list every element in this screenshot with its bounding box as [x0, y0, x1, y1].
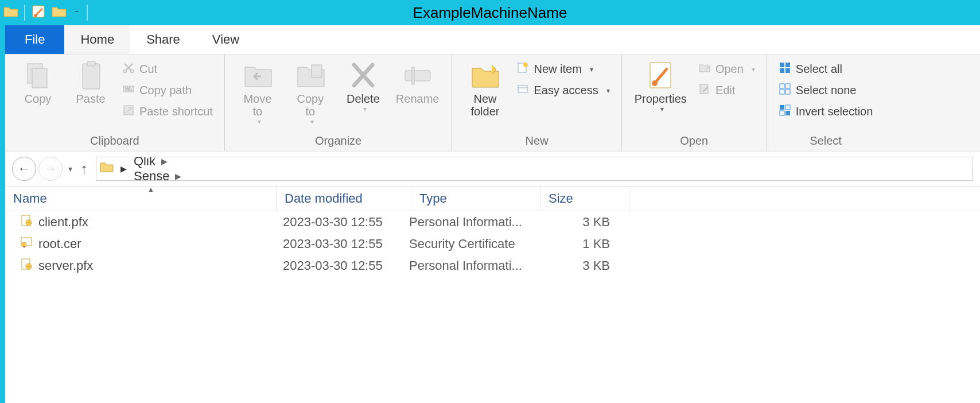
group-label-open: Open	[630, 134, 759, 150]
invert-selection-button[interactable]: Invert selection	[775, 103, 877, 121]
select-none-button[interactable]: Select none	[775, 82, 877, 99]
open-button[interactable]: Open	[695, 60, 759, 78]
svg-rect-26	[780, 90, 784, 94]
svg-rect-27	[785, 90, 790, 94]
file-icon	[20, 214, 33, 230]
file-list: client.pfx2023-03-30 12:55Personal Infor…	[5, 211, 980, 277]
file-date: 2023-03-30 12:55	[283, 237, 409, 251]
shortcut-icon	[122, 104, 135, 119]
separator	[24, 5, 25, 21]
tab-share[interactable]: Share	[130, 25, 196, 54]
move-to-button[interactable]: Move to	[233, 58, 282, 126]
tab-view[interactable]: View	[196, 25, 255, 54]
svg-text:W..: W..	[125, 86, 133, 92]
svg-rect-5	[87, 61, 95, 66]
svg-point-15	[523, 63, 528, 67]
svg-rect-39	[28, 266, 30, 267]
folder-icon[interactable]	[52, 5, 67, 20]
edit-button[interactable]: Edit	[695, 82, 759, 99]
svg-rect-24	[780, 84, 784, 88]
tab-file[interactable]: File	[5, 25, 64, 54]
file-name: client.pfx	[38, 215, 88, 230]
paste-shortcut-button[interactable]: Paste shortcut	[119, 103, 216, 121]
folder-icon	[3, 5, 18, 20]
copy-button[interactable]: Copy	[13, 58, 63, 105]
back-button[interactable]: ←	[12, 157, 36, 181]
chevron-right-icon[interactable]: ▶	[169, 172, 187, 181]
rename-button[interactable]: Rename	[391, 58, 444, 105]
copy-path-button[interactable]: W.. Copy path	[119, 82, 216, 99]
separator	[87, 5, 88, 21]
file-name: root.cer	[38, 237, 81, 251]
cut-button[interactable]: Cut	[119, 60, 216, 78]
group-select: Select all Select none Invert selection …	[767, 55, 885, 151]
chevron-right-icon[interactable]: ▶	[116, 164, 131, 173]
svg-rect-21	[785, 63, 790, 67]
delete-button[interactable]: Delete	[339, 58, 388, 113]
file-icon	[20, 258, 33, 274]
breadcrumb-item[interactable]: Sense▶	[134, 169, 269, 181]
invert-icon	[779, 104, 791, 119]
easy-access-button[interactable]: Easy access	[513, 82, 613, 99]
history-dropdown[interactable]: ▾	[65, 164, 76, 173]
file-icon	[20, 236, 33, 252]
group-new: New folder New item Easy access New	[452, 55, 621, 151]
tab-home[interactable]: Home	[64, 25, 130, 54]
file-name-cell[interactable]: client.pfx	[5, 214, 283, 230]
column-size[interactable]: Size	[540, 187, 629, 211]
content-area: File Home Share View Copy Paste	[5, 25, 980, 403]
select-all-button[interactable]: Select all	[775, 60, 877, 78]
select-none-icon	[779, 83, 791, 98]
svg-rect-30	[780, 111, 784, 115]
up-button[interactable]: ↑	[78, 160, 94, 178]
forward-button[interactable]: →	[38, 157, 63, 181]
group-label-new: New	[460, 134, 613, 150]
properties-icon[interactable]	[31, 4, 46, 21]
file-name-cell[interactable]: server.pfx	[5, 258, 283, 274]
file-name-cell[interactable]: root.cer	[5, 236, 283, 252]
svg-rect-22	[780, 68, 784, 73]
svg-rect-11	[312, 65, 322, 78]
svg-rect-28	[780, 105, 784, 110]
file-row[interactable]: server.pfx2023-03-30 12:55Personal Infor…	[5, 255, 980, 277]
column-headers: ▲ Name Date modified Type Size	[5, 187, 980, 211]
group-clipboard: Copy Paste Cut W.. Copy path	[5, 55, 225, 151]
file-type: Security Certificate	[409, 237, 530, 251]
address-bar[interactable]: ▶ This PC▶Local Disk (C:)▶ProgramData▶Ql…	[96, 157, 973, 181]
svg-rect-34	[28, 222, 30, 223]
file-row[interactable]: root.cer2023-03-30 12:55Security Certifi…	[5, 233, 980, 255]
new-item-button[interactable]: New item	[513, 60, 613, 78]
breadcrumb-item[interactable]: Qlik▶	[134, 157, 269, 169]
column-name[interactable]: Name	[5, 187, 277, 211]
window-title: ExampleMachineName	[0, 0, 980, 25]
new-item-icon	[516, 61, 529, 77]
group-organize: Move to Copy to Delete Rename O	[225, 55, 453, 151]
file-name: server.pfx	[38, 258, 93, 273]
svg-rect-12	[405, 71, 430, 81]
group-open: Properties Open Edit Open	[622, 55, 767, 151]
svg-point-6	[123, 69, 127, 73]
path-icon: W..	[122, 83, 135, 98]
file-size: 3 KB	[530, 258, 626, 273]
file-type: Personal Informati...	[409, 258, 530, 273]
copy-to-button[interactable]: Copy to	[286, 58, 335, 126]
open-icon	[698, 61, 711, 77]
svg-point-7	[130, 69, 134, 73]
file-date: 2023-03-30 12:55	[283, 258, 409, 273]
paste-button[interactable]: Paste	[66, 58, 115, 105]
new-folder-button[interactable]: New folder	[460, 58, 510, 118]
svg-rect-4	[83, 64, 100, 89]
svg-rect-25	[785, 84, 790, 88]
group-label-clipboard: Clipboard	[13, 134, 216, 150]
title-bar[interactable]: ⁼ ExampleMachineName	[0, 0, 980, 25]
svg-point-36	[22, 242, 26, 247]
qat-dropdown[interactable]: ⁼	[72, 8, 81, 17]
column-type[interactable]: Type	[411, 187, 540, 211]
properties-button[interactable]: Properties	[630, 58, 691, 113]
chevron-right-icon[interactable]: ▶	[155, 157, 173, 166]
svg-rect-23	[785, 68, 790, 73]
file-row[interactable]: client.pfx2023-03-30 12:55Personal Infor…	[5, 211, 980, 233]
file-size: 1 KB	[530, 237, 626, 251]
column-date[interactable]: Date modified	[277, 187, 411, 211]
group-label-organize: Organize	[233, 134, 444, 150]
